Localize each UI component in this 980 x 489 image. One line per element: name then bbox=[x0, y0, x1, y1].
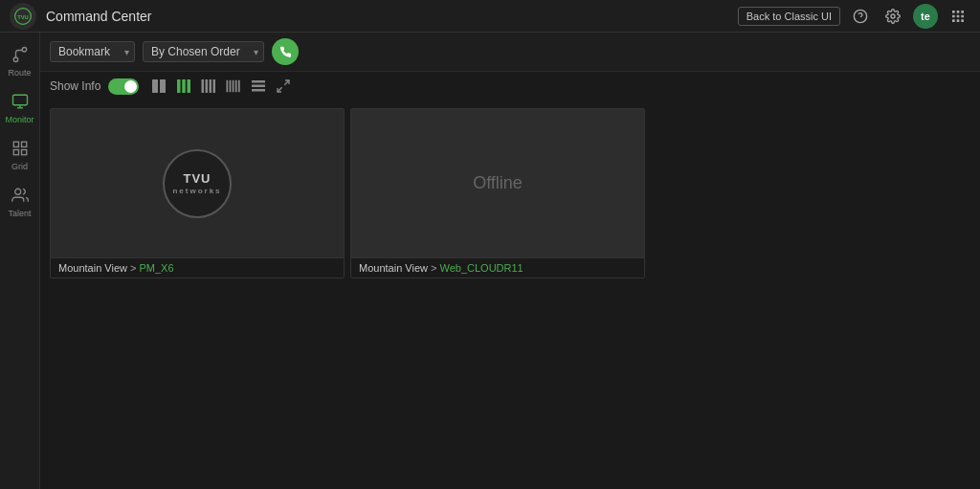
grid-content: TVU networks Mountain View > PM_X6 Offli… bbox=[40, 100, 980, 489]
apps-button[interactable] bbox=[946, 4, 970, 29]
order-select[interactable]: By Chosen Order bbox=[143, 41, 264, 62]
svg-rect-22 bbox=[21, 150, 26, 155]
svg-rect-35 bbox=[233, 80, 234, 92]
back-classic-button[interactable]: Back to Classic UI bbox=[738, 7, 840, 26]
svg-point-14 bbox=[13, 57, 18, 62]
svg-rect-24 bbox=[152, 79, 158, 93]
svg-rect-29 bbox=[202, 79, 205, 93]
video-location-2: Mountain View bbox=[359, 262, 428, 274]
svg-rect-25 bbox=[160, 79, 166, 93]
show-info-toggle[interactable] bbox=[108, 78, 139, 95]
offline-text: Offline bbox=[473, 173, 523, 193]
sidebar-item-talent-label: Talent bbox=[8, 209, 31, 218]
svg-rect-28 bbox=[188, 79, 191, 93]
sidebar-item-grid-label: Grid bbox=[11, 162, 28, 171]
svg-rect-21 bbox=[13, 150, 18, 155]
video-device-1: PM_X6 bbox=[140, 262, 174, 274]
video-preview-1: TVU networks bbox=[51, 109, 344, 257]
svg-rect-13 bbox=[961, 19, 964, 22]
svg-rect-31 bbox=[210, 79, 212, 93]
svg-rect-19 bbox=[13, 142, 18, 146]
video-card-2[interactable]: Offline Mountain View > Web_CLOUDR11 bbox=[350, 108, 645, 278]
svg-rect-27 bbox=[183, 79, 187, 93]
user-avatar[interactable]: te bbox=[913, 4, 938, 29]
video-card-1[interactable]: TVU networks Mountain View > PM_X6 bbox=[50, 108, 345, 278]
svg-rect-9 bbox=[957, 14, 960, 17]
sidebar-item-route[interactable]: Route bbox=[2, 40, 38, 83]
view-2col-button[interactable] bbox=[148, 76, 169, 97]
toolbar: Bookmark By Chosen Order bbox=[40, 33, 980, 72]
video-device-2: Web_CLOUDR11 bbox=[440, 262, 523, 274]
content-area: Bookmark By Chosen Order Show Info bbox=[40, 33, 980, 489]
topbar: TVU Command Center Back to Classic UI te bbox=[0, 0, 980, 33]
svg-rect-38 bbox=[252, 80, 265, 83]
view-icons bbox=[148, 76, 294, 97]
sidebar-item-monitor[interactable]: Monitor bbox=[2, 87, 38, 130]
view-list-button[interactable] bbox=[248, 76, 269, 97]
sidebar-item-talent[interactable]: Talent bbox=[2, 181, 38, 224]
show-info-label: Show Info bbox=[50, 79, 100, 93]
help-button[interactable] bbox=[848, 4, 873, 29]
sidebar: Route Monitor Grid bbox=[0, 33, 40, 489]
svg-rect-8 bbox=[952, 14, 955, 17]
video-label-2: Mountain View > Web_CLOUDR11 bbox=[351, 257, 644, 278]
page-title: Command Center bbox=[46, 9, 738, 24]
video-label-1: Mountain View > PM_X6 bbox=[51, 257, 344, 278]
svg-point-15 bbox=[22, 48, 27, 53]
talent-icon bbox=[11, 187, 29, 207]
svg-line-42 bbox=[278, 87, 282, 92]
svg-point-23 bbox=[14, 189, 20, 194]
call-button[interactable] bbox=[272, 38, 299, 65]
settings-button[interactable] bbox=[880, 4, 905, 29]
svg-line-41 bbox=[285, 80, 290, 85]
app-logo: TVU bbox=[10, 3, 36, 30]
svg-rect-10 bbox=[961, 14, 964, 17]
view-3col-button[interactable] bbox=[173, 76, 194, 97]
bookmark-select[interactable]: Bookmark bbox=[50, 41, 135, 62]
tvu-logo: TVU networks bbox=[163, 149, 232, 218]
svg-text:TVU: TVU bbox=[17, 14, 29, 20]
grid-icon bbox=[11, 140, 29, 160]
svg-rect-34 bbox=[230, 80, 232, 92]
view-5col-button[interactable] bbox=[223, 76, 244, 97]
route-icon bbox=[11, 46, 29, 66]
sidebar-item-route-label: Route bbox=[8, 68, 31, 78]
main-layout: Route Monitor Grid bbox=[0, 33, 980, 489]
sidebar-item-grid[interactable]: Grid bbox=[2, 134, 38, 177]
svg-rect-37 bbox=[238, 80, 240, 92]
svg-rect-33 bbox=[227, 80, 229, 92]
svg-rect-11 bbox=[952, 19, 955, 22]
video-grid: TVU networks Mountain View > PM_X6 Offli… bbox=[50, 108, 970, 278]
svg-rect-36 bbox=[235, 80, 237, 92]
svg-rect-16 bbox=[12, 95, 27, 105]
show-info-row: Show Info bbox=[40, 72, 980, 100]
svg-rect-26 bbox=[177, 79, 181, 93]
order-select-wrapper: By Chosen Order bbox=[143, 41, 264, 62]
view-fullscreen-button[interactable] bbox=[273, 76, 294, 97]
svg-rect-6 bbox=[957, 11, 960, 13]
svg-rect-39 bbox=[252, 85, 265, 88]
topbar-right: Back to Classic UI te bbox=[738, 4, 970, 29]
monitor-icon bbox=[11, 93, 29, 113]
svg-rect-20 bbox=[21, 142, 26, 146]
svg-rect-7 bbox=[961, 11, 964, 13]
svg-rect-40 bbox=[252, 89, 265, 92]
svg-point-4 bbox=[891, 14, 895, 18]
svg-rect-30 bbox=[206, 79, 209, 93]
view-4col-button[interactable] bbox=[198, 76, 219, 97]
video-location-1: Mountain View bbox=[58, 262, 127, 274]
svg-rect-32 bbox=[213, 79, 216, 93]
svg-rect-12 bbox=[957, 19, 960, 22]
video-preview-2: Offline bbox=[351, 109, 644, 257]
bookmark-select-wrapper: Bookmark bbox=[50, 41, 135, 62]
sidebar-item-monitor-label: Monitor bbox=[5, 115, 33, 124]
svg-rect-5 bbox=[952, 11, 955, 13]
